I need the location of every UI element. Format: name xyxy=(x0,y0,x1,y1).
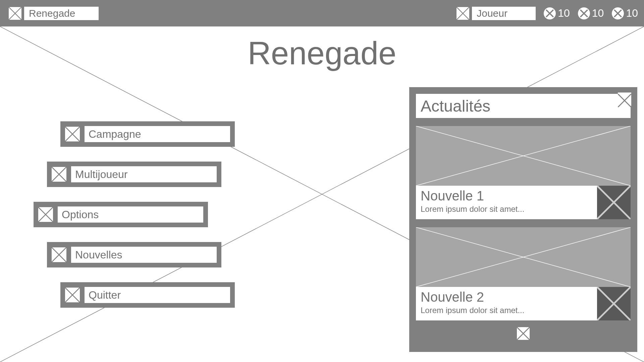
news-item-snippet: Lorem ipsum dolor sit amet... xyxy=(421,204,626,214)
resource-1: 10 xyxy=(544,7,570,19)
resource-2: 10 xyxy=(578,7,604,19)
menu-button-nouvelles[interactable]: Nouvelles xyxy=(47,242,221,267)
news-item-snippet: Lorem ipsum dolor sit amet... xyxy=(421,306,626,315)
menu-button-multijoueur[interactable]: Multijoueur xyxy=(47,162,221,187)
news-item-title: Nouvelle 1 xyxy=(421,188,626,203)
news-open-button[interactable] xyxy=(597,186,631,219)
menu-button-campagne[interactable]: Campagne xyxy=(60,121,235,147)
resource-1-value: 10 xyxy=(558,7,570,19)
news-image-placeholder xyxy=(416,126,631,186)
news-panel: Actualités Nouvelle 1 Lorem ipsum dolor … xyxy=(409,87,637,352)
menu-icon-quitter xyxy=(65,288,80,302)
news-open-button[interactable] xyxy=(597,287,631,320)
menu-label: Campagne xyxy=(85,126,230,142)
news-panel-header: Actualités xyxy=(416,94,631,118)
menu-label: Options xyxy=(58,206,203,223)
menu-icon-campagne xyxy=(65,127,80,141)
news-scroll-indicator-icon[interactable] xyxy=(517,327,530,340)
menu-icon-multijoueur xyxy=(52,167,66,182)
menu-button-quitter[interactable]: Quitter xyxy=(60,282,235,308)
game-name-label: Renegade xyxy=(24,7,99,20)
resource-3-icon xyxy=(612,7,624,19)
top-bar: Renegade Joueur 10 10 10 xyxy=(0,0,644,26)
resource-1-icon xyxy=(544,7,556,19)
menu-label: Nouvelles xyxy=(71,247,217,263)
news-panel-title: Actualités xyxy=(421,97,490,115)
resource-2-value: 10 xyxy=(592,7,604,19)
resource-2-icon xyxy=(578,7,590,19)
menu-label: Quitter xyxy=(85,287,230,303)
player-name-label[interactable]: Joueur xyxy=(472,7,536,20)
news-close-button[interactable] xyxy=(618,93,631,106)
resource-3-value: 10 xyxy=(626,7,638,19)
news-image-placeholder xyxy=(416,227,631,287)
news-item-1[interactable]: Nouvelle 1 Lorem ipsum dolor sit amet... xyxy=(416,126,631,219)
menu-icon-options xyxy=(38,207,53,222)
menu-label: Multijoueur xyxy=(71,166,217,182)
news-item-2[interactable]: Nouvelle 2 Lorem ipsum dolor sit amet... xyxy=(416,227,631,320)
menu-icon-nouvelles xyxy=(52,247,66,262)
menu-button-options[interactable]: Options xyxy=(34,202,208,227)
page-title: Renegade xyxy=(0,35,644,72)
player-avatar-icon[interactable] xyxy=(457,7,469,20)
resource-3: 10 xyxy=(612,7,638,19)
news-item-title: Nouvelle 2 xyxy=(421,290,626,304)
game-logo-icon xyxy=(9,7,21,20)
